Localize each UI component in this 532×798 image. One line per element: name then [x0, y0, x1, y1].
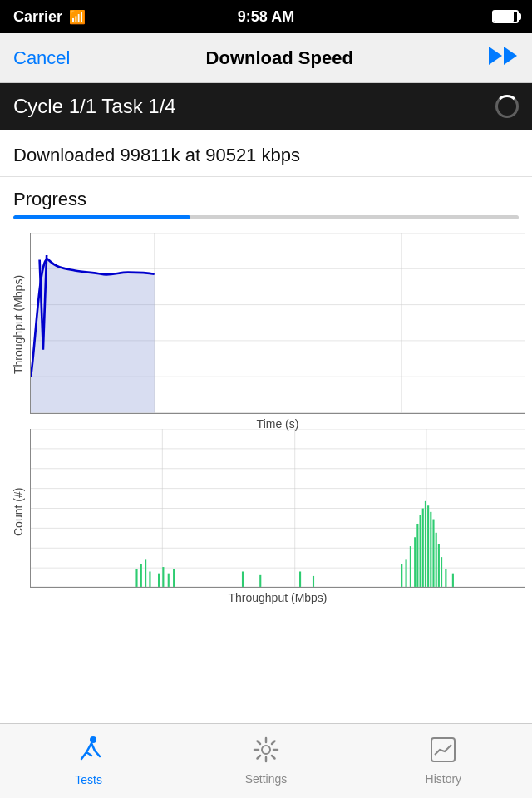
svg-point-71 — [90, 736, 96, 743]
cancel-button[interactable]: Cancel — [13, 47, 70, 69]
progress-section: Progress — [0, 177, 532, 224]
settings-label: Settings — [245, 772, 288, 786]
wifi-icon: 📶 — [69, 9, 86, 25]
gear-icon — [253, 736, 279, 763]
svg-point-72 — [262, 746, 270, 754]
status-bar: Carrier 📶 9:58 AM — [0, 0, 532, 33]
loading-spinner — [495, 95, 519, 118]
download-text: Downloaded 99811k at 90521 kbps — [13, 145, 519, 166]
tests-icon — [75, 736, 103, 770]
count-chart-box: 1 1 1 1 0 0 0 0 60 80 100 — [30, 429, 525, 588]
throughput-y-label: Throughput (Mbps) — [7, 233, 30, 416]
charts-area: Throughput (Mbps) 120 100 — [0, 233, 532, 595]
battery-icon — [492, 10, 519, 23]
throughput-chart-wrapper: 120 100 80 60 40 0 10 20 30 — [30, 233, 525, 416]
nav-bar: Cancel Download Speed — [0, 33, 532, 83]
count-svg: 1 1 1 1 0 0 0 0 60 80 100 — [31, 429, 525, 587]
carrier-label: Carrier — [13, 8, 62, 26]
cycle-title: Cycle 1/1 Task 1/4 — [13, 95, 176, 118]
history-icon — [430, 736, 456, 769]
svg-marker-1 — [504, 47, 517, 65]
throughput-chart-container: Throughput (Mbps) 120 100 — [7, 233, 525, 416]
progress-bar-container — [13, 215, 519, 219]
status-right — [492, 10, 519, 23]
count-y-label: Count (#) — [7, 429, 30, 595]
settings-icon — [253, 736, 279, 769]
count-chart-wrapper: 1 1 1 1 0 0 0 0 60 80 100 — [30, 429, 525, 595]
count-x-label: Throughput (Mbps) — [30, 591, 525, 604]
throughput-svg: 120 100 80 60 40 0 10 20 30 — [31, 233, 525, 413]
count-chart-container: Count (#) — [7, 429, 525, 595]
progress-bar-fill — [13, 215, 190, 219]
status-left: Carrier 📶 — [13, 8, 86, 26]
cycle-header: Cycle 1/1 Task 1/4 — [0, 83, 532, 130]
fast-forward-icon — [489, 47, 519, 65]
status-time: 9:58 AM — [238, 8, 294, 26]
svg-marker-0 — [489, 47, 502, 65]
tab-bar: Tests Settings History — [0, 723, 532, 798]
nav-title: Download Speed — [206, 47, 353, 69]
download-info: Downloaded 99811k at 90521 kbps — [0, 130, 532, 177]
throughput-chart-box: 120 100 80 60 40 0 10 20 30 — [30, 233, 525, 414]
tab-tests[interactable]: Tests — [1, 736, 176, 786]
tab-history[interactable]: History — [356, 736, 531, 786]
tests-label: Tests — [75, 773, 102, 786]
runner-icon — [75, 736, 103, 764]
fast-forward-button[interactable] — [489, 47, 519, 70]
progress-label: Progress — [13, 189, 519, 210]
tab-settings[interactable]: Settings — [178, 736, 353, 786]
svg-rect-73 — [431, 738, 455, 761]
history-label: History — [426, 772, 462, 786]
chart-icon — [430, 736, 456, 763]
